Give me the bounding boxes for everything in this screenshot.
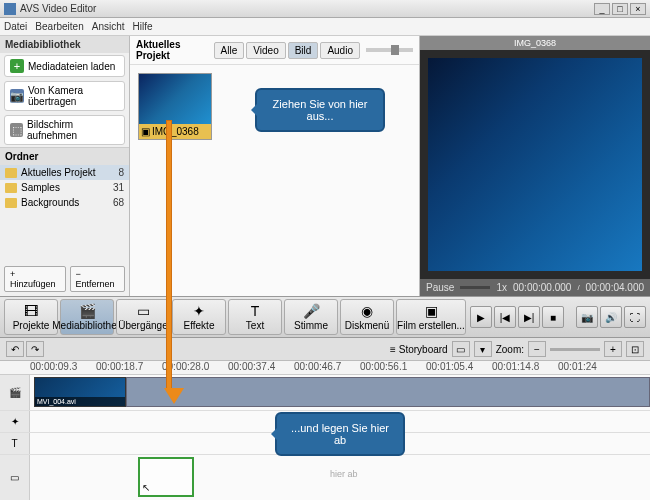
window-title: AVS Video Editor bbox=[20, 3, 594, 14]
pause-label[interactable]: Pause bbox=[426, 282, 454, 293]
tool-film-erstellen[interactable]: ▣Film erstellen... bbox=[396, 299, 466, 335]
menu-bearbeiten[interactable]: Bearbeiten bbox=[35, 21, 83, 32]
folder-icon bbox=[5, 183, 17, 193]
disc-icon: ◉ bbox=[361, 303, 373, 319]
zoom-fit-button[interactable]: ⊡ bbox=[626, 341, 644, 357]
filter-audio[interactable]: Audio bbox=[320, 42, 360, 59]
tool-stimme[interactable]: 🎤Stimme bbox=[284, 299, 338, 335]
undo-button[interactable]: ↶ bbox=[6, 341, 24, 357]
library-heading: Mediabibliothek bbox=[0, 36, 129, 53]
tool-mediabibliothek[interactable]: 🎬Mediabibliothek bbox=[60, 299, 114, 335]
media-thumbnail[interactable]: ▣IMG_0368 bbox=[138, 73, 212, 140]
tool-text[interactable]: TText bbox=[228, 299, 282, 335]
folder-samples[interactable]: Samples31 bbox=[0, 180, 129, 195]
from-camera-button[interactable]: 📷Von Kamera übertragen bbox=[4, 81, 125, 111]
effects-icon: ✦ bbox=[193, 303, 205, 319]
record-screen-button[interactable]: ⬚Bildschirm aufnehmen bbox=[4, 115, 125, 145]
screen-icon: ⬚ bbox=[10, 123, 23, 137]
folder-icon bbox=[5, 198, 17, 208]
menu-hilfe[interactable]: Hilfe bbox=[133, 21, 153, 32]
load-media-button[interactable]: +Mediadateien laden bbox=[4, 55, 125, 77]
play-button[interactable]: ▶ bbox=[470, 306, 492, 328]
fullscreen-button[interactable]: ⛶ bbox=[624, 306, 646, 328]
time-total: 00:00:04.000 bbox=[586, 282, 644, 293]
zoom-label: Zoom: bbox=[496, 344, 524, 355]
image-icon: ▣ bbox=[141, 126, 150, 137]
preview-title: IMG_0368 bbox=[420, 36, 650, 50]
video-track[interactable]: 🎬 MVI_004.avi bbox=[0, 375, 650, 411]
folder-backgrounds[interactable]: Backgrounds68 bbox=[0, 195, 129, 210]
camera-icon: 📷 bbox=[10, 89, 24, 103]
callout-drag-from: Ziehen Sie von hier aus... bbox=[255, 88, 385, 132]
drop-hint: hier ab bbox=[330, 469, 358, 479]
text-icon: T bbox=[251, 303, 260, 319]
folders-heading: Ordner bbox=[0, 147, 129, 165]
add-folder-button[interactable]: + Hinzufügen bbox=[4, 266, 66, 292]
effects-track-icon: ✦ bbox=[0, 411, 30, 432]
filter-video[interactable]: Video bbox=[246, 42, 285, 59]
stop-button[interactable]: ■ bbox=[542, 306, 564, 328]
speed-label: 1x bbox=[496, 282, 507, 293]
filter-bild[interactable]: Bild bbox=[288, 42, 319, 59]
menubar: Datei Bearbeiten Ansicht Hilfe bbox=[0, 18, 650, 36]
voice-icon: 🎤 bbox=[303, 303, 320, 319]
snapshot-button[interactable]: 📷 bbox=[576, 306, 598, 328]
volume-button[interactable]: 🔊 bbox=[600, 306, 622, 328]
folder-icon bbox=[5, 168, 17, 178]
transitions-icon: ▭ bbox=[137, 303, 150, 319]
tool-btn-a[interactable]: ▭ bbox=[452, 341, 470, 357]
storyboard-toggle[interactable]: ≡ Storyboard bbox=[390, 344, 448, 355]
library-icon: 🎬 bbox=[79, 303, 96, 319]
plus-icon: + bbox=[10, 59, 24, 73]
time-ruler[interactable]: 00:00:09.300:00:18.700:00:28.000:00:37.4… bbox=[0, 361, 650, 375]
projects-icon: 🎞 bbox=[24, 303, 38, 319]
tool-effekte[interactable]: ✦Effekte bbox=[172, 299, 226, 335]
redo-button[interactable]: ↷ bbox=[26, 341, 44, 357]
tutorial-arrow bbox=[164, 120, 174, 400]
project-label: Aktuelles Projekt bbox=[136, 39, 200, 61]
filter-alle[interactable]: Alle bbox=[214, 42, 245, 59]
drop-target[interactable]: ↖ bbox=[138, 457, 194, 497]
video-track-icon: 🎬 bbox=[0, 375, 30, 410]
thumbnail-image bbox=[139, 74, 211, 124]
thumb-size-slider[interactable] bbox=[366, 48, 413, 52]
overlay-track[interactable]: ▭ ↖ hier ab bbox=[0, 455, 650, 500]
text-track-icon: T bbox=[0, 433, 30, 454]
menu-ansicht[interactable]: Ansicht bbox=[92, 21, 125, 32]
callout-drop-here: ...und legen Sie hier ab bbox=[275, 412, 405, 456]
minimize-button[interactable]: _ bbox=[594, 3, 610, 15]
video-clip[interactable]: MVI_004.avi bbox=[34, 377, 126, 407]
cursor-icon: ↖ bbox=[142, 482, 150, 493]
tool-uebergaenge[interactable]: ▭Übergänge bbox=[116, 299, 170, 335]
video-bar[interactable] bbox=[126, 377, 650, 407]
zoom-slider[interactable] bbox=[550, 348, 600, 351]
overlay-track-icon: ▭ bbox=[0, 455, 30, 500]
tool-btn-b[interactable]: ▾ bbox=[474, 341, 492, 357]
produce-icon: ▣ bbox=[425, 303, 438, 319]
menu-datei[interactable]: Datei bbox=[4, 21, 27, 32]
thumbnail-label: IMG_0368 bbox=[152, 126, 199, 137]
zoom-out-button[interactable]: − bbox=[528, 341, 546, 357]
preview-image bbox=[428, 58, 642, 271]
next-frame-button[interactable]: ▶| bbox=[518, 306, 540, 328]
tool-diskmenue[interactable]: ◉Diskmenü bbox=[340, 299, 394, 335]
folder-aktuelles-projekt[interactable]: Aktuelles Projekt8 bbox=[0, 165, 129, 180]
time-current: 00:00:00.000 bbox=[513, 282, 571, 293]
prev-frame-button[interactable]: |◀ bbox=[494, 306, 516, 328]
tool-projekte[interactable]: 🎞Projekte bbox=[4, 299, 58, 335]
app-icon bbox=[4, 3, 16, 15]
maximize-button[interactable]: □ bbox=[612, 3, 628, 15]
preview-slider[interactable] bbox=[460, 286, 490, 289]
remove-folder-button[interactable]: − Entfernen bbox=[70, 266, 125, 292]
zoom-in-button[interactable]: + bbox=[604, 341, 622, 357]
close-button[interactable]: × bbox=[630, 3, 646, 15]
